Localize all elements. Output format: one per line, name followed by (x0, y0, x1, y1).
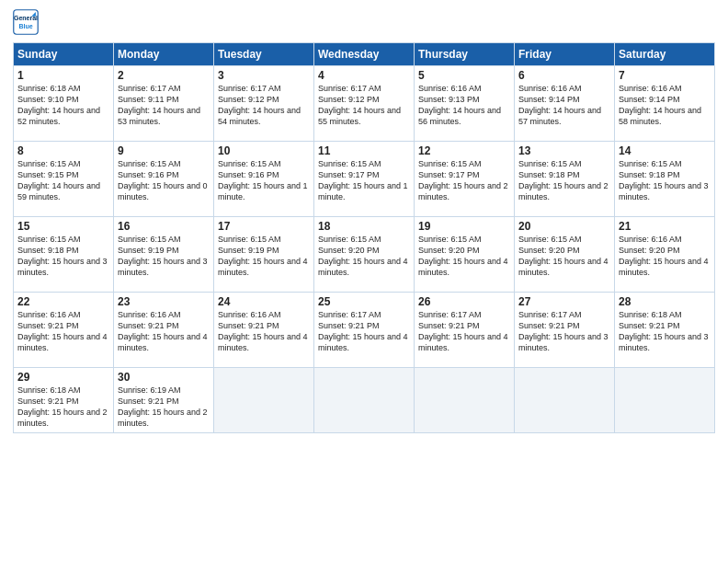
day-number: 7 (619, 69, 711, 82)
day-info: Sunrise: 6:17 AMSunset: 9:11 PMDaylight:… (118, 84, 200, 126)
day-info: Sunrise: 6:15 AMSunset: 9:20 PMDaylight:… (518, 235, 609, 277)
calendar-header-friday: Friday (515, 43, 615, 66)
calendar-cell: 21Sunrise: 6:16 AMSunset: 9:20 PMDayligh… (615, 217, 715, 293)
day-number: 28 (619, 295, 711, 308)
day-number: 22 (17, 295, 109, 308)
day-info: Sunrise: 6:16 AMSunset: 9:21 PMDaylight:… (118, 310, 208, 352)
calendar-header-tuesday: Tuesday (214, 43, 314, 66)
calendar-cell: 9Sunrise: 6:15 AMSunset: 9:16 PMDaylight… (114, 142, 214, 217)
day-number: 11 (318, 144, 410, 157)
calendar-cell (615, 368, 715, 433)
day-number: 5 (418, 69, 510, 82)
day-number: 14 (619, 144, 711, 157)
day-info: Sunrise: 6:15 AMSunset: 9:18 PMDaylight:… (619, 159, 709, 201)
day-info: Sunrise: 6:18 AMSunset: 9:21 PMDaylight:… (17, 385, 108, 428)
day-info: Sunrise: 6:15 AMSunset: 9:17 PMDaylight:… (418, 159, 508, 201)
header: General Blue (13, 9, 715, 35)
day-number: 27 (518, 295, 610, 308)
calendar-cell: 15Sunrise: 6:15 AMSunset: 9:18 PMDayligh… (14, 217, 114, 293)
day-number: 6 (518, 69, 610, 82)
day-number: 3 (218, 69, 310, 82)
day-number: 18 (318, 220, 410, 233)
calendar-cell (515, 368, 615, 433)
calendar-cell: 17Sunrise: 6:15 AMSunset: 9:19 PMDayligh… (214, 217, 314, 293)
page: General Blue SundayMondayTuesdayWednesda… (0, 0, 728, 563)
day-number: 26 (418, 295, 510, 308)
day-number: 9 (118, 144, 210, 157)
calendar-header-monday: Monday (114, 43, 214, 66)
calendar-cell: 12Sunrise: 6:15 AMSunset: 9:17 PMDayligh… (415, 142, 515, 217)
calendar-header-row: SundayMondayTuesdayWednesdayThursdayFrid… (14, 43, 715, 66)
day-info: Sunrise: 6:17 AMSunset: 9:12 PMDaylight:… (318, 84, 401, 126)
day-number: 21 (619, 220, 711, 233)
day-number: 29 (17, 371, 109, 384)
day-number: 8 (17, 144, 109, 157)
day-info: Sunrise: 6:16 AMSunset: 9:14 PMDaylight:… (619, 84, 701, 126)
day-number: 13 (518, 144, 610, 157)
day-info: Sunrise: 6:16 AMSunset: 9:13 PMDaylight:… (418, 84, 501, 126)
day-info: Sunrise: 6:18 AMSunset: 9:21 PMDaylight:… (619, 310, 709, 352)
day-number: 25 (318, 295, 410, 308)
calendar-cell: 5Sunrise: 6:16 AMSunset: 9:13 PMDaylight… (415, 66, 515, 142)
day-info: Sunrise: 6:15 AMSunset: 9:18 PMDaylight:… (518, 159, 609, 201)
day-info: Sunrise: 6:19 AMSunset: 9:21 PMDaylight:… (118, 385, 208, 428)
calendar-cell: 16Sunrise: 6:15 AMSunset: 9:19 PMDayligh… (114, 217, 214, 293)
day-info: Sunrise: 6:15 AMSunset: 9:17 PMDaylight:… (318, 159, 408, 201)
calendar-week-5: 29Sunrise: 6:18 AMSunset: 9:21 PMDayligh… (14, 368, 715, 433)
calendar-cell (214, 368, 314, 433)
day-number: 19 (418, 220, 510, 233)
calendar-cell: 30Sunrise: 6:19 AMSunset: 9:21 PMDayligh… (114, 368, 214, 433)
calendar-cell: 20Sunrise: 6:15 AMSunset: 9:20 PMDayligh… (515, 217, 615, 293)
day-info: Sunrise: 6:17 AMSunset: 9:21 PMDaylight:… (518, 310, 609, 352)
calendar-cell: 1Sunrise: 6:18 AMSunset: 9:10 PMDaylight… (14, 66, 114, 142)
calendar-cell: 10Sunrise: 6:15 AMSunset: 9:16 PMDayligh… (214, 142, 314, 217)
svg-rect-0 (14, 10, 38, 34)
calendar-cell: 23Sunrise: 6:16 AMSunset: 9:21 PMDayligh… (114, 293, 214, 368)
day-number: 23 (118, 295, 210, 308)
calendar-cell: 3Sunrise: 6:17 AMSunset: 9:12 PMDaylight… (214, 66, 314, 142)
calendar-header-saturday: Saturday (615, 43, 715, 66)
day-info: Sunrise: 6:16 AMSunset: 9:21 PMDaylight:… (17, 310, 108, 352)
calendar-cell: 22Sunrise: 6:16 AMSunset: 9:21 PMDayligh… (14, 293, 114, 368)
day-number: 12 (418, 144, 510, 157)
calendar-cell: 14Sunrise: 6:15 AMSunset: 9:18 PMDayligh… (615, 142, 715, 217)
day-info: Sunrise: 6:17 AMSunset: 9:12 PMDaylight:… (218, 84, 301, 126)
calendar-week-2: 8Sunrise: 6:15 AMSunset: 9:15 PMDaylight… (14, 142, 715, 217)
day-info: Sunrise: 6:15 AMSunset: 9:16 PMDaylight:… (218, 159, 308, 201)
calendar-header-sunday: Sunday (14, 43, 114, 66)
day-info: Sunrise: 6:15 AMSunset: 9:20 PMDaylight:… (418, 235, 508, 277)
day-number: 20 (518, 220, 610, 233)
calendar-cell: 2Sunrise: 6:17 AMSunset: 9:11 PMDaylight… (114, 66, 214, 142)
day-info: Sunrise: 6:15 AMSunset: 9:19 PMDaylight:… (118, 235, 208, 277)
calendar-week-4: 22Sunrise: 6:16 AMSunset: 9:21 PMDayligh… (14, 293, 715, 368)
day-number: 4 (318, 69, 410, 82)
day-info: Sunrise: 6:16 AMSunset: 9:14 PMDaylight:… (518, 84, 601, 126)
day-number: 1 (17, 69, 109, 82)
day-number: 15 (17, 220, 109, 233)
day-info: Sunrise: 6:16 AMSunset: 9:20 PMDaylight:… (619, 235, 709, 277)
calendar-cell: 27Sunrise: 6:17 AMSunset: 9:21 PMDayligh… (515, 293, 615, 368)
day-number: 30 (118, 371, 210, 384)
calendar-cell: 19Sunrise: 6:15 AMSunset: 9:20 PMDayligh… (415, 217, 515, 293)
calendar: SundayMondayTuesdayWednesdayThursdayFrid… (13, 42, 715, 433)
logo-icon: General Blue (13, 9, 39, 35)
svg-text:Blue: Blue (18, 23, 32, 29)
day-info: Sunrise: 6:16 AMSunset: 9:21 PMDaylight:… (218, 310, 308, 352)
calendar-week-1: 1Sunrise: 6:18 AMSunset: 9:10 PMDaylight… (14, 66, 715, 142)
calendar-header-thursday: Thursday (415, 43, 515, 66)
calendar-cell: 8Sunrise: 6:15 AMSunset: 9:15 PMDaylight… (14, 142, 114, 217)
calendar-cell: 4Sunrise: 6:17 AMSunset: 9:12 PMDaylight… (314, 66, 415, 142)
calendar-cell: 7Sunrise: 6:16 AMSunset: 9:14 PMDaylight… (615, 66, 715, 142)
day-info: Sunrise: 6:17 AMSunset: 9:21 PMDaylight:… (318, 310, 408, 352)
calendar-cell: 28Sunrise: 6:18 AMSunset: 9:21 PMDayligh… (615, 293, 715, 368)
calendar-header-wednesday: Wednesday (314, 43, 415, 66)
calendar-cell: 24Sunrise: 6:16 AMSunset: 9:21 PMDayligh… (214, 293, 314, 368)
calendar-cell (415, 368, 515, 433)
day-number: 16 (118, 220, 210, 233)
calendar-cell: 26Sunrise: 6:17 AMSunset: 9:21 PMDayligh… (415, 293, 515, 368)
day-number: 2 (118, 69, 210, 82)
day-info: Sunrise: 6:15 AMSunset: 9:15 PMDaylight:… (17, 159, 100, 201)
day-info: Sunrise: 6:15 AMSunset: 9:18 PMDaylight:… (17, 235, 108, 277)
calendar-cell (314, 368, 415, 433)
calendar-cell: 29Sunrise: 6:18 AMSunset: 9:21 PMDayligh… (14, 368, 114, 433)
